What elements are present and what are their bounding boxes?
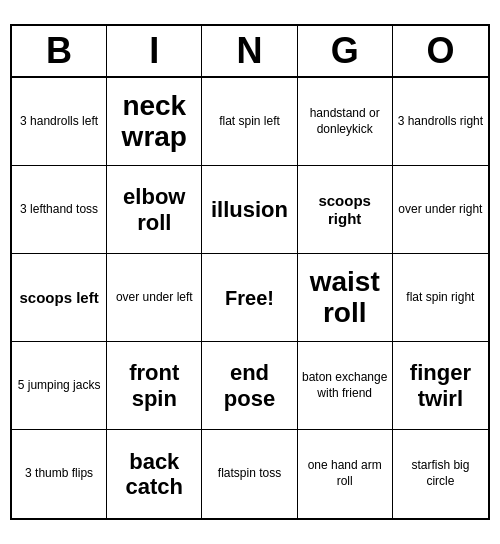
- cell-text-15: 5 jumping jacks: [18, 378, 101, 394]
- bingo-header: BINGO: [12, 26, 488, 78]
- cell-text-3: handstand or donleykick: [302, 106, 388, 137]
- bingo-cell-16: front spin: [107, 342, 202, 430]
- bingo-cell-19: finger twirl: [393, 342, 488, 430]
- bingo-cell-14: flat spin right: [393, 254, 488, 342]
- cell-text-16: front spin: [111, 360, 197, 411]
- bingo-grid: 3 handrolls leftneck wrapflat spin lefth…: [12, 78, 488, 518]
- bingo-cell-18: baton exchange with friend: [298, 342, 393, 430]
- header-letter-g: G: [298, 26, 393, 76]
- bingo-cell-10: scoops left: [12, 254, 107, 342]
- cell-text-2: flat spin left: [219, 114, 280, 130]
- bingo-cell-22: flatspin toss: [202, 430, 297, 518]
- cell-text-7: illusion: [211, 197, 288, 222]
- cell-text-17: end pose: [206, 360, 292, 411]
- bingo-cell-0: 3 handrolls left: [12, 78, 107, 166]
- bingo-cell-13: waist roll: [298, 254, 393, 342]
- bingo-cell-6: elbow roll: [107, 166, 202, 254]
- cell-text-11: over under left: [116, 290, 193, 306]
- header-letter-n: N: [202, 26, 297, 76]
- header-letter-i: I: [107, 26, 202, 76]
- header-letter-o: O: [393, 26, 488, 76]
- bingo-cell-20: 3 thumb flips: [12, 430, 107, 518]
- cell-text-22: flatspin toss: [218, 466, 281, 482]
- header-letter-b: B: [12, 26, 107, 76]
- bingo-cell-15: 5 jumping jacks: [12, 342, 107, 430]
- bingo-cell-17: end pose: [202, 342, 297, 430]
- cell-text-14: flat spin right: [406, 290, 474, 306]
- bingo-cell-12: Free!: [202, 254, 297, 342]
- bingo-cell-21: back catch: [107, 430, 202, 518]
- cell-text-8: scoops right: [302, 192, 388, 228]
- cell-text-0: 3 handrolls left: [20, 114, 98, 130]
- bingo-card: BINGO 3 handrolls leftneck wrapflat spin…: [10, 24, 490, 520]
- bingo-cell-8: scoops right: [298, 166, 393, 254]
- cell-text-21: back catch: [111, 449, 197, 500]
- bingo-cell-3: handstand or donleykick: [298, 78, 393, 166]
- cell-text-5: 3 lefthand toss: [20, 202, 98, 218]
- cell-text-9: over under right: [398, 202, 482, 218]
- bingo-cell-1: neck wrap: [107, 78, 202, 166]
- bingo-cell-7: illusion: [202, 166, 297, 254]
- cell-text-20: 3 thumb flips: [25, 466, 93, 482]
- cell-text-19: finger twirl: [397, 360, 484, 411]
- cell-text-4: 3 handrolls right: [398, 114, 483, 130]
- bingo-cell-4: 3 handrolls right: [393, 78, 488, 166]
- cell-text-13: waist roll: [302, 267, 388, 329]
- bingo-cell-2: flat spin left: [202, 78, 297, 166]
- bingo-cell-5: 3 lefthand toss: [12, 166, 107, 254]
- cell-text-10: scoops left: [20, 289, 99, 307]
- bingo-cell-23: one hand arm roll: [298, 430, 393, 518]
- cell-text-24: starfish big circle: [397, 458, 484, 489]
- cell-text-18: baton exchange with friend: [302, 370, 388, 401]
- bingo-cell-24: starfish big circle: [393, 430, 488, 518]
- cell-text-1: neck wrap: [111, 91, 197, 153]
- bingo-cell-9: over under right: [393, 166, 488, 254]
- cell-text-23: one hand arm roll: [302, 458, 388, 489]
- cell-text-6: elbow roll: [111, 184, 197, 235]
- cell-text-12: Free!: [225, 285, 274, 311]
- bingo-cell-11: over under left: [107, 254, 202, 342]
